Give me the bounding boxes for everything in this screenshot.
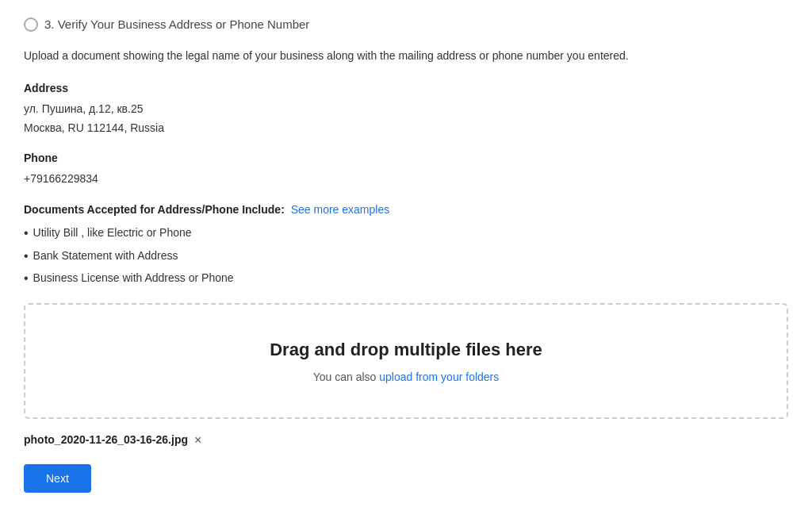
next-button[interactable]: Next [24, 464, 91, 493]
documents-header-text: Documents Accepted for Address/Phone Inc… [24, 203, 285, 216]
doc-item-license: Business License with Address or Phone [24, 270, 788, 287]
phone-section: Phone +79166229834 [24, 150, 788, 189]
dropzone[interactable]: Drag and drop multiple files here You ca… [24, 303, 788, 419]
phone-label: Phone [24, 150, 788, 167]
remove-file-button[interactable]: × [194, 434, 201, 447]
step-description: Upload a document showing the legal name… [24, 47, 706, 64]
phone-value: +79166229834 [24, 170, 788, 189]
documents-header: Documents Accepted for Address/Phone Inc… [24, 202, 788, 218]
step-radio-icon [24, 17, 38, 32]
uploaded-filename: photo_2020-11-26_03-16-26.jpg [24, 432, 188, 448]
dropzone-subtitle-text: You can also [313, 371, 380, 383]
doc-item-utility-text: Utility Bill , like Electric or Phone [33, 225, 192, 241]
doc-list: Utility Bill , like Electric or Phone Ba… [24, 225, 788, 287]
address-line2: Москва, RU 112144, Russia [24, 119, 788, 138]
doc-item-license-text: Business License with Address or Phone [33, 270, 234, 286]
dropzone-subtitle: You can also upload from your folders [41, 369, 771, 386]
address-line1: ул. Пушина, д.12, кв.25 [24, 100, 788, 119]
documents-section: Documents Accepted for Address/Phone Inc… [24, 202, 788, 287]
doc-item-bank: Bank Statement with Address [24, 248, 788, 265]
step-title: 3. Verify Your Business Address or Phone… [44, 16, 309, 34]
dropzone-title: Drag and drop multiple files here [41, 336, 771, 363]
doc-item-bank-text: Bank Statement with Address [33, 248, 178, 264]
upload-link[interactable]: upload from your folders [379, 371, 499, 383]
page-wrapper: 3. Verify Your Business Address or Phone… [0, 0, 812, 507]
address-label: Address [24, 80, 788, 97]
address-section: Address ул. Пушина, д.12, кв.25 Москва, … [24, 80, 788, 138]
step-header: 3. Verify Your Business Address or Phone… [24, 16, 788, 34]
doc-item-utility: Utility Bill , like Electric or Phone [24, 225, 788, 242]
uploaded-file-row: photo_2020-11-26_03-16-26.jpg × [24, 432, 788, 448]
see-more-link[interactable]: See more examples [291, 203, 390, 216]
